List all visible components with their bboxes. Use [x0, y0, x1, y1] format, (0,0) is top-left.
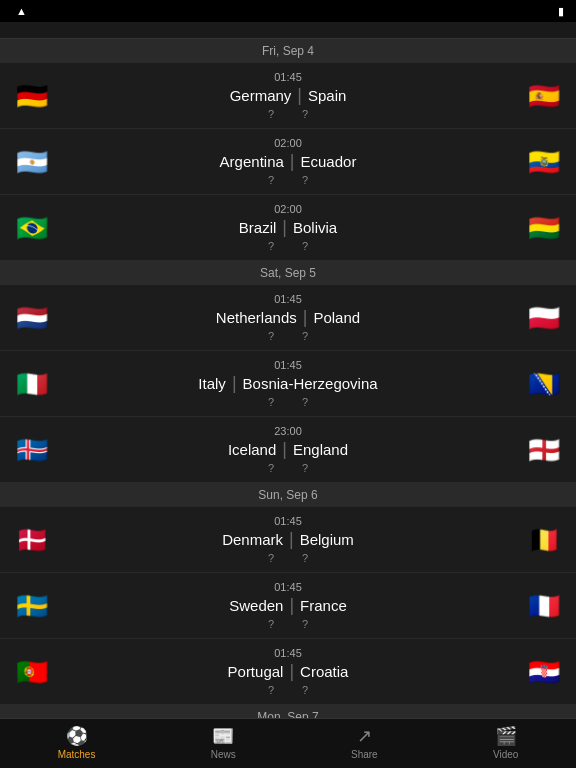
match-teams: Portugal | Croatia — [228, 661, 349, 682]
score-divider: | — [297, 85, 302, 106]
match-center: 23:00 Iceland | England ? ? — [54, 425, 522, 474]
match-teams: Netherlands | Poland — [216, 307, 360, 328]
match-row[interactable]: 🇧🇷 02:00 Brazil | Bolivia ? ? 🇧🇴 — [0, 195, 576, 261]
home-flag: 🇮🇹 — [10, 371, 54, 397]
away-flag: 🇧🇦 — [522, 371, 566, 397]
battery-icon: ▮ — [558, 5, 564, 18]
match-scores: ? ? — [268, 684, 308, 696]
home-flag: 🇦🇷 — [10, 149, 54, 175]
match-scores: ? ? — [268, 174, 308, 186]
match-row[interactable]: 🇩🇰 01:45 Denmark | Belgium ? ? 🇧🇪 — [0, 507, 576, 573]
away-flag: 🇵🇱 — [522, 305, 566, 331]
nav-icon-news: 📰 — [212, 725, 234, 747]
away-team-name: England — [293, 441, 348, 458]
match-teams: Iceland | England — [228, 439, 348, 460]
nav-item-matches[interactable]: ⚽ Matches — [58, 725, 96, 760]
match-time: 01:45 — [274, 359, 302, 371]
match-row[interactable]: 🇦🇷 02:00 Argentina | Ecuador ? ? 🇪🇨 — [0, 129, 576, 195]
away-flag: 🇧🇪 — [522, 527, 566, 553]
home-score: ? — [268, 330, 274, 342]
match-center: 01:45 Denmark | Belgium ? ? — [54, 515, 522, 564]
away-flag: 🇪🇸 — [522, 83, 566, 109]
match-teams: Brazil | Bolivia — [239, 217, 337, 238]
match-row[interactable]: 🇳🇱 01:45 Netherlands | Poland ? ? 🇵🇱 — [0, 285, 576, 351]
home-flag: 🇩🇰 — [10, 527, 54, 553]
nav-item-video[interactable]: 🎬 Video — [493, 725, 518, 760]
nav-label-matches: Matches — [58, 749, 96, 760]
match-row[interactable]: 🇸🇪 01:45 Sweden | France ? ? 🇫🇷 — [0, 573, 576, 639]
score-divider: | — [289, 529, 294, 550]
match-center: 01:45 Italy | Bosnia-Herzegovina ? ? — [54, 359, 522, 408]
away-flag: 🇫🇷 — [522, 593, 566, 619]
wifi-icon: ▲ — [16, 5, 27, 17]
home-flag: 🇮🇸 — [10, 437, 54, 463]
match-center: 01:45 Netherlands | Poland ? ? — [54, 293, 522, 342]
home-flag: 🇩🇪 — [10, 83, 54, 109]
nav-icon-video: 🎬 — [495, 725, 517, 747]
match-time: 01:45 — [274, 293, 302, 305]
away-score: ? — [302, 108, 308, 120]
match-center: 01:45 Germany | Spain ? ? — [54, 71, 522, 120]
nav-item-share[interactable]: ↗ Share — [351, 725, 378, 760]
match-teams: Denmark | Belgium — [222, 529, 354, 550]
away-flag: 🇧🇴 — [522, 215, 566, 241]
away-score: ? — [302, 684, 308, 696]
home-score: ? — [268, 462, 274, 474]
bottom-navigation: ⚽ Matches 📰 News ↗ Share 🎬 Video — [0, 718, 576, 768]
away-flag: 🇪🇨 — [522, 149, 566, 175]
match-row[interactable]: 🇵🇹 01:45 Portugal | Croatia ? ? 🇭🇷 — [0, 639, 576, 705]
away-team-name: Ecuador — [301, 153, 357, 170]
score-divider: | — [289, 595, 294, 616]
match-scores: ? ? — [268, 240, 308, 252]
match-row[interactable]: 🇮🇹 01:45 Italy | Bosnia-Herzegovina ? ? … — [0, 351, 576, 417]
match-teams: Sweden | France — [229, 595, 347, 616]
home-score: ? — [268, 552, 274, 564]
home-team-name: Netherlands — [216, 309, 297, 326]
home-flag: 🇵🇹 — [10, 659, 54, 685]
status-bar: ▲ ▮ — [0, 0, 576, 22]
match-scores: ? ? — [268, 330, 308, 342]
home-team-name: Brazil — [239, 219, 277, 236]
home-team-name: Germany — [230, 87, 292, 104]
away-score: ? — [302, 330, 308, 342]
home-score: ? — [268, 174, 274, 186]
score-divider: | — [282, 439, 287, 460]
match-scores: ? ? — [268, 552, 308, 564]
home-score: ? — [268, 108, 274, 120]
home-flag: 🇳🇱 — [10, 305, 54, 331]
home-team-name: Italy — [198, 375, 226, 392]
away-team-name: Croatia — [300, 663, 348, 680]
date-header-2: Sun, Sep 6 — [0, 483, 576, 507]
match-scores: ? ? — [268, 618, 308, 630]
score-divider: | — [303, 307, 308, 328]
away-score: ? — [302, 396, 308, 408]
home-team-name: Portugal — [228, 663, 284, 680]
away-flag: 🇭🇷 — [522, 659, 566, 685]
home-team-name: Denmark — [222, 531, 283, 548]
match-row[interactable]: 🇮🇸 23:00 Iceland | England ? ? 🏴󠁧󠁢󠁥󠁮󠁧󠁿 — [0, 417, 576, 483]
match-center: 02:00 Brazil | Bolivia ? ? — [54, 203, 522, 252]
nav-item-news[interactable]: 📰 News — [211, 725, 236, 760]
nav-icon-matches: ⚽ — [66, 725, 88, 747]
match-time: 23:00 — [274, 425, 302, 437]
away-team-name: France — [300, 597, 347, 614]
away-team-name: Bosnia-Herzegovina — [243, 375, 378, 392]
match-teams: Italy | Bosnia-Herzegovina — [198, 373, 377, 394]
away-score: ? — [302, 240, 308, 252]
match-teams: Germany | Spain — [230, 85, 347, 106]
score-divider: | — [282, 217, 287, 238]
match-center: 01:45 Portugal | Croatia ? ? — [54, 647, 522, 696]
score-divider: | — [232, 373, 237, 394]
match-row[interactable]: 🇩🇪 01:45 Germany | Spain ? ? 🇪🇸 — [0, 63, 576, 129]
match-scores: ? ? — [268, 462, 308, 474]
matches-list: Fri, Sep 4 🇩🇪 01:45 Germany | Spain ? ? … — [0, 39, 576, 768]
match-time: 01:45 — [274, 647, 302, 659]
match-scores: ? ? — [268, 108, 308, 120]
score-divider: | — [289, 661, 294, 682]
nav-label-video: Video — [493, 749, 518, 760]
home-team-name: Argentina — [220, 153, 284, 170]
nav-label-news: News — [211, 749, 236, 760]
away-team-name: Poland — [313, 309, 360, 326]
status-right: ▮ — [554, 5, 564, 18]
home-score: ? — [268, 240, 274, 252]
